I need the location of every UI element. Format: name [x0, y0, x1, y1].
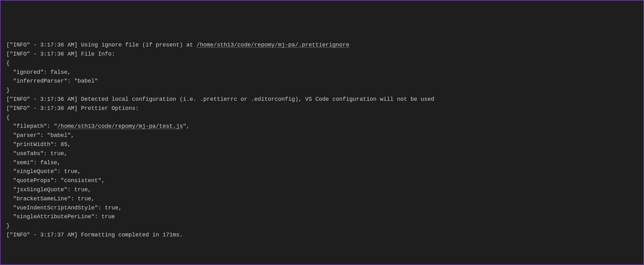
log-line: "singleQuote": true, — [6, 168, 81, 175]
log-line: { — [6, 60, 10, 66]
log-line: "quoteProps": "consistent", — [6, 177, 105, 184]
log-line: ["INFO" - 3:17:36 AM] File Info: — [6, 51, 115, 57]
log-line: ["INFO" - 3:17:36 AM] Detected local con… — [6, 96, 434, 102]
log-line: ", — [183, 123, 190, 129]
file-path-link[interactable]: /home/sth13/code/repomy/mj-pa/test.js — [57, 123, 183, 129]
log-line: ["INFO" - 3:17:36 AM] Using ignore file … — [6, 42, 197, 48]
log-line: "ignored": false, — [6, 69, 71, 75]
log-line: "parser": "babel", — [6, 132, 74, 138]
file-path-link[interactable]: /home/sth13/code/repomy/mj-pa/.prettieri… — [197, 42, 349, 48]
log-line: { — [6, 114, 10, 121]
log-line: "vueIndentScriptAndStyle": true, — [6, 205, 122, 211]
log-line: } — [6, 87, 10, 93]
log-line: ["INFO" - 3:17:36 AM] Prettier Options: — [6, 105, 139, 111]
log-line: "semi": false, — [6, 160, 61, 166]
output-panel[interactable]: ["INFO" - 3:17:36 AM] Using ignore file … — [6, 41, 638, 240]
log-line: } — [6, 223, 10, 229]
log-line: ["INFO" - 3:17:37 AM] Formatting complet… — [6, 232, 183, 238]
log-line: "jsxSingleQuote": true, — [6, 187, 91, 193]
log-line: "singleAttributePerLine": true — [6, 214, 115, 220]
log-line: "bracketSameLine": true, — [6, 196, 95, 202]
log-line: "filepath": " — [6, 123, 57, 129]
log-line: "useTabs": true, — [6, 150, 67, 157]
log-line: "inferredParser": "babel" — [6, 78, 98, 84]
log-line: "printWidth": 85, — [6, 141, 71, 148]
